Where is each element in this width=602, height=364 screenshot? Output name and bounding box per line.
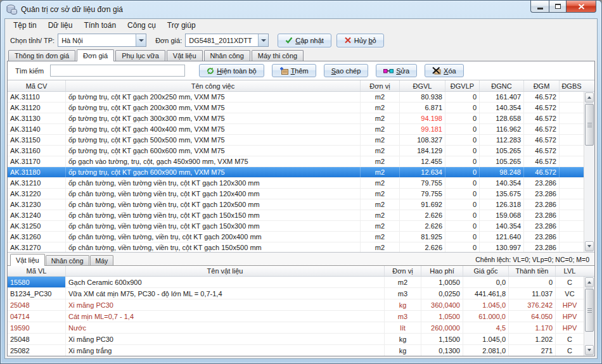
cell-gia-goc[interactable]: 1.045,0 bbox=[463, 299, 509, 310]
cell-thanh-tien[interactable]: 1.170 bbox=[509, 322, 556, 333]
cell-dgbs[interactable] bbox=[560, 156, 584, 166]
scroll-up-button[interactable] bbox=[585, 92, 594, 103]
cell-code[interactable]: AK.31160 bbox=[8, 146, 66, 156]
cell-name[interactable]: ốp tường trụ, cột KT gạch 400x400 mm, VX… bbox=[66, 124, 361, 134]
edit-button[interactable]: Sửa bbox=[376, 64, 417, 77]
cell-dgbs[interactable] bbox=[560, 167, 584, 177]
scroll-up-button[interactable] bbox=[585, 277, 594, 287]
cell-unit[interactable]: m2 bbox=[361, 199, 400, 210]
add-button[interactable]: Thêm bbox=[272, 64, 316, 77]
cell-dgm[interactable]: 46.572 bbox=[524, 113, 560, 123]
cell-dgnc[interactable]: 116.962 bbox=[480, 124, 524, 134]
cell-dgbs[interactable] bbox=[560, 103, 584, 113]
copy-button[interactable]: Sao chép bbox=[324, 64, 369, 77]
cell-dgvlp[interactable]: 0 bbox=[445, 210, 480, 220]
cell-dgvl[interactable]: 2.626 bbox=[400, 210, 445, 220]
cell-dgvl[interactable]: 12.455 bbox=[400, 156, 445, 166]
cell-name[interactable]: Gạch Ceramic 600x900 bbox=[66, 277, 385, 287]
cell-unit[interactable]: m2 bbox=[361, 167, 400, 177]
cell-dgvlp[interactable]: 0 bbox=[445, 124, 480, 134]
cell-name[interactable]: ốp tường trụ, cột KT gạch 200x300 mm, VX… bbox=[66, 103, 361, 113]
cell-name[interactable]: ốp chân tường, viền tường, viền trụ, cột… bbox=[66, 242, 361, 252]
cell-dgvl[interactable]: 108.327 bbox=[400, 135, 445, 145]
cell-dgm[interactable]: 46.572 bbox=[524, 135, 560, 145]
col-header-gia-goc[interactable]: Giá gốc bbox=[463, 266, 509, 276]
scroll-down-button[interactable] bbox=[585, 241, 594, 251]
tab-thong-tin-don-gia[interactable]: Thông tin đơn giá bbox=[8, 50, 75, 61]
cell-dgvl[interactable]: 81.925 bbox=[400, 232, 445, 242]
cell-dgm[interactable]: 46.572 bbox=[524, 124, 560, 134]
cell-dgbs[interactable] bbox=[560, 135, 584, 145]
cell-name[interactable]: ốp gạch vào tường, trụ, cột, gạch 450x90… bbox=[66, 156, 361, 166]
table-row[interactable]: AK.31150 ốp tường trụ, cột KT gạch 500x5… bbox=[8, 135, 584, 146]
menu-item-help[interactable]: Trợ giúp bbox=[162, 20, 202, 31]
cell-dgvlp[interactable]: 0 bbox=[445, 232, 480, 242]
table-row[interactable]: 15580 Gạch Ceramic 600x900 m2 1,0050 0,0… bbox=[8, 277, 584, 288]
cell-dgbs[interactable] bbox=[560, 242, 584, 252]
cell-thanh-tien[interactable]: 1.202 bbox=[509, 334, 556, 344]
cell-code[interactable]: AK.31260 bbox=[8, 232, 66, 242]
cell-dgvl[interactable]: 91.692 bbox=[400, 199, 445, 210]
cell-thanh-tien[interactable]: 0 bbox=[509, 277, 556, 287]
title-bar[interactable]: Quản trị cơ sở dữ liệu đơn giá bbox=[1, 1, 601, 18]
cell-dgvl[interactable]: 99.181 bbox=[400, 124, 445, 134]
table-row[interactable]: AK.31230 ốp chân tường, viền tường viền … bbox=[8, 199, 584, 210]
table-row[interactable]: 25048 Xi măng PC30 kg 360,0400 1.045,0 3… bbox=[8, 299, 584, 311]
cell-dgm[interactable]: 23.286 bbox=[524, 242, 560, 252]
col-header-thanh-tien[interactable]: Thành tiền bbox=[509, 266, 556, 276]
table-row[interactable]: AK.31110 ốp tường trụ, cột KT gạch 200x2… bbox=[8, 92, 584, 103]
table-row[interactable]: AK.31260 ốp chân tường, viền tường, viền… bbox=[8, 232, 584, 242]
show-all-button[interactable]: Hiện toàn bộ bbox=[199, 64, 264, 77]
cell-dgvlp[interactable]: 0 bbox=[445, 135, 480, 145]
cell-unit[interactable]: kg bbox=[385, 299, 421, 310]
cell-lvl[interactable]: HPV bbox=[556, 299, 584, 310]
cell-dgnc[interactable]: 121.640 bbox=[480, 232, 524, 242]
cell-dgm[interactable]: 23.286 bbox=[524, 232, 560, 242]
cell-dgnc[interactable]: 159.068 bbox=[480, 210, 524, 220]
cell-unit[interactable]: m2 bbox=[361, 210, 400, 220]
menu-item-file[interactable]: Tệp tin bbox=[8, 20, 42, 31]
cell-unit[interactable]: lít bbox=[385, 322, 421, 333]
table-row[interactable]: B1234_PC30 Vữa XM cát mịn M75, PC30 - độ… bbox=[8, 288, 584, 299]
cell-dgvlp[interactable]: 0 bbox=[445, 199, 480, 210]
cell-code[interactable]: 19590 bbox=[8, 322, 66, 333]
cell-lvl[interactable]: VC bbox=[556, 288, 584, 299]
table-row[interactable]: AK.31180 ốp tường trụ, cột KT gạch 600x9… bbox=[8, 167, 584, 178]
cell-name[interactable]: ốp chân tường, viền tường viền trụ, cột … bbox=[66, 189, 361, 199]
cell-dgnc[interactable]: 112.283 bbox=[480, 135, 524, 145]
tab-don-gia[interactable]: Đơn giá bbox=[77, 49, 114, 61]
cell-dgm[interactable]: 46.572 bbox=[524, 103, 560, 113]
col-header-dgnc[interactable]: ĐGNC bbox=[480, 80, 524, 91]
pricelist-select[interactable]: DG5481_2011XDTT bbox=[185, 34, 269, 47]
cell-dgbs[interactable] bbox=[560, 146, 584, 156]
cell-dgbs[interactable] bbox=[560, 221, 584, 231]
cell-lvl[interactable]: HPV bbox=[556, 311, 584, 322]
cell-code[interactable]: B1234_PC30 bbox=[8, 288, 66, 299]
cell-unit[interactable]: m2 bbox=[361, 156, 400, 166]
col-header-dgvl[interactable]: ĐGVL bbox=[400, 80, 445, 91]
cell-unit[interactable]: m2 bbox=[361, 189, 400, 199]
cell-dgm[interactable]: 46.572 bbox=[524, 146, 560, 156]
update-button[interactable]: Cập nhật bbox=[278, 34, 331, 47]
col-header-ma-vl[interactable]: Mã VL bbox=[8, 266, 66, 276]
cell-gia-goc[interactable]: 4,5 bbox=[463, 322, 509, 333]
province-select[interactable]: Hà Nội bbox=[58, 34, 146, 47]
cell-unit[interactable]: m2 bbox=[361, 221, 400, 231]
cell-dgnc[interactable]: 98.248 bbox=[480, 167, 524, 177]
table-row[interactable]: 04714 Cát mịn ML=0,7 - 1,4 m3 1,0500 61.… bbox=[8, 311, 584, 322]
cell-name[interactable]: Vữa XM cát mịn M75, PC30 - độ lớn ML = 0… bbox=[66, 288, 385, 299]
cell-dgvl[interactable]: 6.871 bbox=[400, 103, 445, 113]
cell-code[interactable]: AK.31270 bbox=[8, 242, 66, 252]
cell-gia-goc[interactable]: 2.081,0 bbox=[463, 345, 509, 356]
tab-may-thi-cong[interactable]: Máy thi công bbox=[252, 50, 304, 61]
scroll-down-button[interactable] bbox=[585, 345, 594, 355]
cell-dgvl[interactable]: 2.626 bbox=[400, 242, 445, 252]
cell-code[interactable]: AK.31110 bbox=[8, 92, 66, 102]
cell-code[interactable]: AK.31210 bbox=[8, 178, 66, 188]
cell-name[interactable]: Cát mịn ML=0,7 - 1,4 bbox=[66, 311, 385, 322]
col-header-hao-phi[interactable]: Hao phí bbox=[421, 266, 463, 276]
cell-unit[interactable]: kg bbox=[385, 345, 421, 356]
table-row[interactable]: AK.31220 ốp chân tường, viền tường viền … bbox=[8, 189, 584, 199]
cell-dgvlp[interactable]: 0 bbox=[445, 113, 480, 123]
materials-scrollbar[interactable] bbox=[584, 277, 594, 356]
